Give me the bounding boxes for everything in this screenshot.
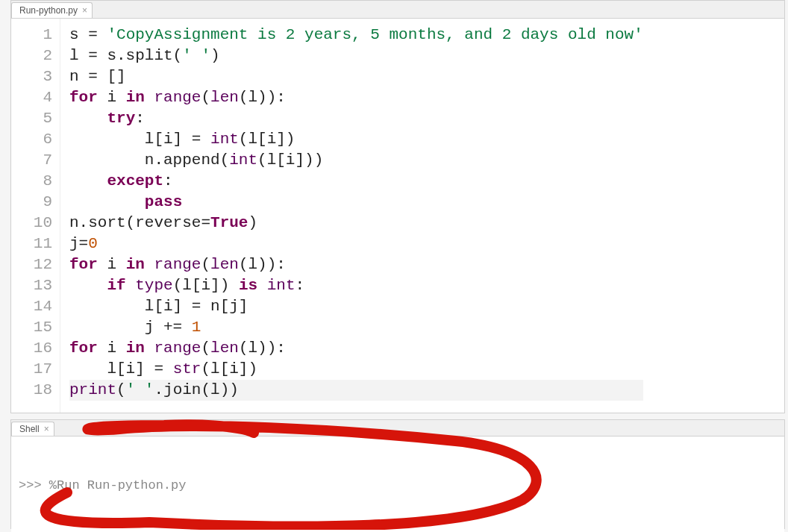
line-number: 3 xyxy=(11,66,52,87)
line-number: 8 xyxy=(11,171,52,192)
line-number: 10 xyxy=(11,213,52,234)
code-line[interactable]: l = s.split(' ') xyxy=(69,46,643,66)
code-line[interactable]: n = [] xyxy=(69,66,643,87)
code-line[interactable]: s = 'CopyAssignment is 2 years, 5 months… xyxy=(69,25,643,46)
shell-line-command: >>> %Run Run-python.py xyxy=(19,477,777,495)
editor-tab-bar: Run-python.py × xyxy=(11,1,784,19)
line-number: 15 xyxy=(11,317,52,338)
code-line[interactable]: l[i] = n[j] xyxy=(69,296,643,317)
code-line[interactable]: for i in range(len(l)): xyxy=(69,338,643,359)
line-number: 18 xyxy=(11,380,52,401)
code-line[interactable]: pass xyxy=(69,192,643,213)
editor-panel: Run-python.py × 123456789101112131415161… xyxy=(10,0,785,413)
line-number: 6 xyxy=(11,129,52,150)
code-line[interactable]: for i in range(len(l)): xyxy=(69,254,643,275)
shell-tab[interactable]: Shell × xyxy=(11,422,54,436)
line-number: 17 xyxy=(11,359,52,380)
code-line[interactable]: if type(l[i]) is int: xyxy=(69,275,643,296)
code-line[interactable]: l[i] = int(l[i]) xyxy=(69,129,643,150)
code-line[interactable]: j=0 xyxy=(69,234,643,254)
close-icon[interactable]: × xyxy=(82,6,87,15)
line-number: 5 xyxy=(11,108,52,129)
code-line[interactable]: try: xyxy=(69,108,643,129)
editor-tab[interactable]: Run-python.py × xyxy=(11,2,93,18)
shell-body[interactable]: >>> %Run Run-python.py CopyAssignment is… xyxy=(11,436,784,532)
line-number: 11 xyxy=(11,234,52,254)
line-number-gutter: 123456789101112131415161718 xyxy=(11,19,60,413)
code-line[interactable]: except: xyxy=(69,171,643,192)
shell-tab-bar: Shell × xyxy=(11,420,784,436)
code-content[interactable]: s = 'CopyAssignment is 2 years, 5 months… xyxy=(60,19,643,413)
line-number: 1 xyxy=(11,25,52,46)
close-icon[interactable]: × xyxy=(44,425,49,434)
shell-tab-label: Shell xyxy=(19,424,40,434)
line-number: 9 xyxy=(11,192,52,213)
shell-command: %Run Run-python.py xyxy=(49,478,187,492)
line-number: 14 xyxy=(11,296,52,317)
line-number: 13 xyxy=(11,275,52,296)
code-line[interactable]: j += 1 xyxy=(69,317,643,338)
shell-panel: Shell × >>> %Run Run-python.py CopyAssig… xyxy=(10,419,785,529)
code-line[interactable]: l[i] = str(l[i]) xyxy=(69,359,643,380)
line-number: 4 xyxy=(11,87,52,108)
line-number: 16 xyxy=(11,338,52,359)
code-line[interactable]: print(' '.join(l)) xyxy=(69,380,643,401)
line-number: 7 xyxy=(11,150,52,171)
code-line[interactable]: n.append(int(l[i])) xyxy=(69,150,643,171)
code-line[interactable]: for i in range(len(l)): xyxy=(69,87,643,108)
code-area[interactable]: 123456789101112131415161718 s = 'CopyAss… xyxy=(11,19,784,413)
editor-tab-label: Run-python.py xyxy=(19,5,78,16)
code-line[interactable]: n.sort(reverse=True) xyxy=(69,213,643,234)
line-number: 12 xyxy=(11,254,52,275)
shell-prompt: >>> xyxy=(19,478,49,492)
line-number: 2 xyxy=(11,46,52,66)
